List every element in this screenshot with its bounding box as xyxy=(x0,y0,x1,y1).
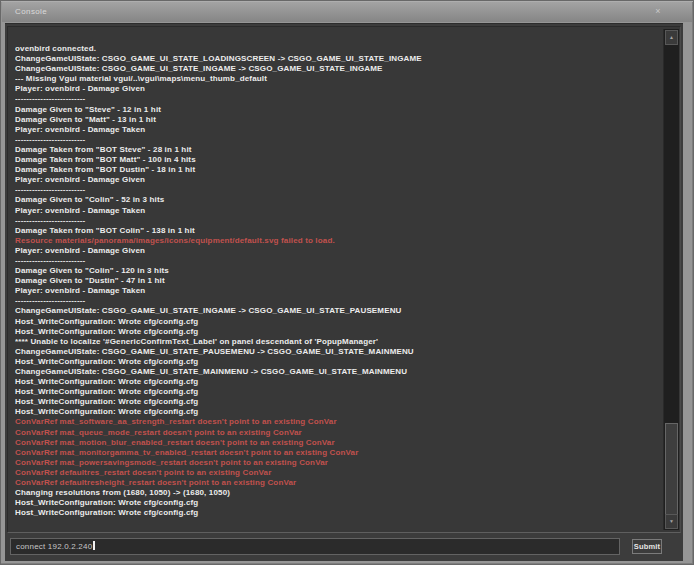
log-line: ------------------------- xyxy=(15,94,660,104)
console-log: ovenbird connected.ChangeGameUIState: CS… xyxy=(15,44,660,530)
log-line: ConVarRef mat_software_aa_strength_resta… xyxy=(15,417,660,427)
log-line: Host_WriteConfiguration: Wrote cfg/confi… xyxy=(15,508,660,518)
log-line: ConVarRef mat_motion_blur_enabled_restar… xyxy=(15,438,660,448)
log-line: Host_WriteConfiguration: Wrote cfg/confi… xyxy=(15,387,660,397)
log-line: ConVarRef defaultres_restart doesn't poi… xyxy=(15,468,660,478)
console-body: ovenbird connected.ChangeGameUIState: CS… xyxy=(5,23,683,561)
scrollbar[interactable]: ▲ ▼ xyxy=(663,29,679,530)
log-line: Host_WriteConfiguration: Wrote cfg/confi… xyxy=(15,498,660,508)
log-line: ------------------------- xyxy=(15,256,660,266)
log-line: ChangeGameUIState: CSGO_GAME_UI_STATE_IN… xyxy=(15,64,660,74)
log-line: Player: ovenbird - Damage Taken xyxy=(15,125,660,135)
log-line: ChangeGameUIState: CSGO_GAME_UI_STATE_PA… xyxy=(15,347,660,357)
log-line: ChangeGameUIState: CSGO_GAME_UI_STATE_MA… xyxy=(15,367,660,377)
log-line: **** Unable to localize '#GenericConfirm… xyxy=(15,337,660,347)
log-line: Damage Given to "Colin" - 52 in 3 hits xyxy=(15,195,660,205)
log-line: Host_WriteConfiguration: Wrote cfg/confi… xyxy=(15,407,660,417)
down-arrow-icon: ▼ xyxy=(669,519,674,524)
command-text: connect 192.0.2.240 xyxy=(16,542,92,551)
log-line: ChangeGameUIState: CSGO_GAME_UI_STATE_LO… xyxy=(15,54,660,64)
log-line: ConVarRef defaultresheight_restart doesn… xyxy=(15,478,660,488)
log-line: Player: ovenbird - Damage Taken xyxy=(15,286,660,296)
log-line: Changing resolutions from (1680, 1050) -… xyxy=(15,488,660,498)
submit-button[interactable]: Submit xyxy=(632,539,662,554)
log-line: Host_WriteConfiguration: Wrote cfg/confi… xyxy=(15,317,660,327)
log-line: ------------------------- xyxy=(15,185,660,195)
log-line: Damage Taken from "BOT Matt" - 100 in 4 … xyxy=(15,155,660,165)
command-input[interactable]: connect 192.0.2.240 xyxy=(10,538,620,555)
log-line: Player: ovenbird - Damage Taken xyxy=(15,206,660,216)
log-line: Host_WriteConfiguration: Wrote cfg/confi… xyxy=(15,397,660,407)
log-line: Damage Given to "Steve" - 12 in 1 hit xyxy=(15,105,660,115)
log-line: Player: ovenbird - Damage Given xyxy=(15,246,660,256)
titlebar[interactable]: Console × xyxy=(2,2,692,22)
log-line: ConVarRef mat_powersavingsmode_restart d… xyxy=(15,458,660,468)
log-line: Host_WriteConfiguration: Wrote cfg/confi… xyxy=(15,357,660,367)
log-line: Damage Given to "Dustin" - 47 in 1 hit xyxy=(15,276,660,286)
window-title: Console xyxy=(15,7,47,16)
console-output-area: ovenbird connected.ChangeGameUIState: CS… xyxy=(7,26,681,533)
text-cursor xyxy=(93,541,95,550)
log-line: ConVarRef mat_monitorgamma_tv_enabled_re… xyxy=(15,448,660,458)
log-line: Damage Given to "Colin" - 120 in 3 hits xyxy=(15,266,660,276)
log-line: Damage Taken from "BOT Steve" - 28 in 1 … xyxy=(15,145,660,155)
log-line: ------------------------- xyxy=(15,296,660,306)
close-icon[interactable]: × xyxy=(652,5,664,17)
log-line: Player: ovenbird - Damage Given xyxy=(15,175,660,185)
console-window: Console × ovenbird connected.ChangeGameU… xyxy=(0,0,694,565)
scroll-up-button[interactable]: ▲ xyxy=(665,30,678,45)
log-line: Damage Taken from "BOT Colin" - 138 in 1… xyxy=(15,226,660,236)
log-line: Player: ovenbird - Damage Given xyxy=(15,84,660,94)
log-line: Damage Taken from "BOT Dustin" - 18 in 1… xyxy=(15,165,660,175)
log-line: ChangeGameUIState: CSGO_GAME_UI_STATE_IN… xyxy=(15,306,660,316)
scroll-down-button[interactable]: ▼ xyxy=(665,514,678,529)
up-arrow-icon: ▲ xyxy=(669,35,674,40)
log-line: Damage Given to "Matt" - 13 in 1 hit xyxy=(15,115,660,125)
log-line: Host_WriteConfiguration: Wrote cfg/confi… xyxy=(15,327,660,337)
log-line: ovenbird connected. xyxy=(15,44,660,54)
submit-label: Submit xyxy=(634,542,661,551)
log-line: Resource materials/panorama/images/icons… xyxy=(15,236,660,246)
log-line: Host_WriteConfiguration: Wrote cfg/confi… xyxy=(15,377,660,387)
log-line: ------------------------- xyxy=(15,135,660,145)
log-line: ------------------------- xyxy=(15,216,660,226)
log-line: ConVarRef mat_queue_mode_restart doesn't… xyxy=(15,428,660,438)
scrollbar-thumb[interactable] xyxy=(665,423,678,515)
log-line: --- Missing Vgui material vgui/..\vgui\m… xyxy=(15,74,660,84)
